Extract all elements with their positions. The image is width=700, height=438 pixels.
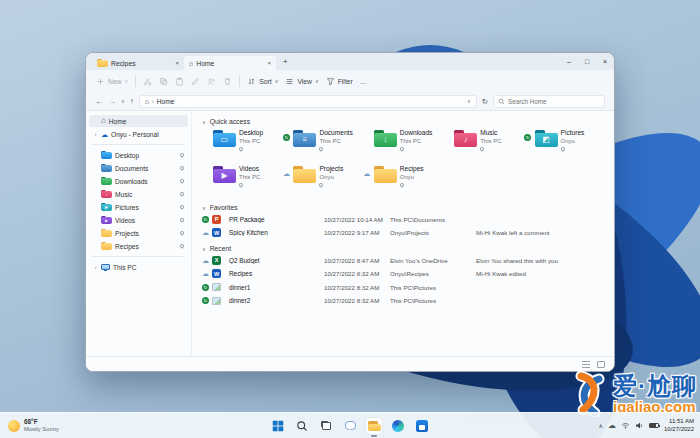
cloud-status-icon: ☁ bbox=[202, 229, 209, 236]
quick-access-tile-documents[interactable]: ↻ ≡ DocumentsThis PC bbox=[282, 129, 362, 160]
file-row-recipes[interactable]: ☁ W Recipes 10/27/2022 8:32 AM Onyu\Reci… bbox=[202, 268, 604, 281]
file-explorer-button[interactable] bbox=[366, 418, 382, 434]
tab-close-icon[interactable]: × bbox=[267, 60, 271, 66]
forward-button[interactable]: → bbox=[108, 97, 116, 106]
minimize-button[interactable]: – bbox=[560, 53, 578, 70]
sidebar-item-home[interactable]: ⌂ Home bbox=[89, 115, 188, 127]
clock[interactable]: 11:51 AM 10/27/2022 bbox=[664, 418, 694, 433]
file-row-pr-package[interactable]: ↻ P PR Package 10/27/2022 10:14 AM This … bbox=[202, 213, 604, 226]
edge-button[interactable] bbox=[390, 418, 406, 434]
search-icon bbox=[498, 98, 505, 105]
content-pane: ∨ Quick access ▭ DesktopThis PC ↻ ≡ Docu… bbox=[191, 111, 614, 356]
hidden-icons-chevron[interactable]: ∧ bbox=[599, 423, 603, 429]
section-header-quick-access[interactable]: ∨ Quick access bbox=[202, 118, 604, 125]
chat-button[interactable] bbox=[342, 418, 358, 434]
up-button[interactable]: ↑ bbox=[130, 97, 134, 106]
expand-chevron-icon[interactable]: › bbox=[93, 131, 98, 137]
divider bbox=[239, 76, 240, 87]
edge-icon bbox=[392, 420, 404, 432]
maximize-button[interactable]: □ bbox=[578, 53, 596, 70]
tab-recipes[interactable]: Recipes × bbox=[92, 56, 184, 70]
close-button[interactable]: × bbox=[596, 53, 614, 70]
recent-locations-button[interactable]: ∨ bbox=[121, 98, 125, 104]
search-input[interactable] bbox=[508, 98, 600, 105]
sidebar-item-desktop[interactable]: Desktop bbox=[89, 149, 188, 161]
view-button[interactable]: View ∨ bbox=[285, 77, 318, 86]
store-button[interactable] bbox=[414, 418, 430, 434]
new-button[interactable]: New ∨ bbox=[96, 77, 128, 86]
sidebar-item-this-pc[interactable]: › This PC bbox=[89, 261, 188, 273]
wifi-icon[interactable] bbox=[621, 421, 630, 430]
sidebar-item-documents[interactable]: Documents bbox=[89, 162, 188, 174]
paste-button[interactable] bbox=[175, 77, 184, 86]
address-dropdown-icon[interactable]: ∨ bbox=[467, 98, 471, 104]
filter-button[interactable]: Filter bbox=[326, 77, 353, 86]
expand-chevron-icon[interactable]: › bbox=[93, 264, 98, 270]
section-header-recent[interactable]: ∨ Recent bbox=[202, 245, 604, 252]
file-row-dinner1[interactable]: ↻ dinner1 10/27/2022 8:32 AM This PC\Pic… bbox=[202, 281, 604, 294]
breadcrumb[interactable]: ⌂ › Home ∨ bbox=[139, 95, 477, 108]
quick-access-tile-videos[interactable]: ▶ VideosThis PC bbox=[202, 165, 282, 196]
weather-widget[interactable]: 68°F Mostly Sunny bbox=[8, 413, 59, 438]
more-options-button[interactable]: … bbox=[360, 78, 367, 85]
tab-close-icon[interactable]: × bbox=[175, 60, 179, 66]
search-button[interactable] bbox=[294, 418, 310, 434]
copy-button[interactable] bbox=[159, 77, 168, 86]
quick-access-tile-music[interactable]: ♪ MusicThis PC bbox=[443, 129, 523, 160]
task-view-button[interactable] bbox=[318, 418, 334, 434]
sidebar-item-downloads[interactable]: ↓ Downloads bbox=[89, 175, 188, 187]
quick-access-tile-downloads[interactable]: ↓ DownloadsThis PC bbox=[363, 129, 443, 160]
tab-label: Home bbox=[196, 60, 214, 67]
folder-icon bbox=[293, 166, 316, 183]
thumbnail-view-toggle[interactable] bbox=[597, 361, 605, 368]
tab-home[interactable]: ⌂ Home × bbox=[184, 56, 276, 70]
start-button[interactable] bbox=[270, 418, 286, 434]
quick-access-tile-recipes[interactable]: ☁ RecipesOnyu bbox=[363, 165, 443, 196]
divider bbox=[135, 76, 136, 87]
rename-button[interactable] bbox=[191, 77, 200, 86]
pin-icon bbox=[179, 204, 185, 210]
quick-access-tile-desktop[interactable]: ▭ DesktopThis PC bbox=[202, 129, 282, 160]
section-header-favorites[interactable]: ∨ Favorites bbox=[202, 204, 604, 211]
collapse-chevron-icon[interactable]: ∨ bbox=[202, 246, 206, 252]
file-row-dinner2[interactable]: ↻ dinner2 10/27/2022 8:32 AM This PC\Pic… bbox=[202, 295, 604, 308]
sync-status-icon: ↻ bbox=[202, 297, 209, 304]
collapse-chevron-icon[interactable]: ∨ bbox=[202, 119, 206, 125]
cut-button[interactable] bbox=[143, 77, 152, 86]
sync-status-icon: ↻ bbox=[524, 134, 531, 141]
details-view-toggle[interactable] bbox=[582, 361, 590, 368]
share-button[interactable] bbox=[207, 77, 216, 86]
delete-button[interactable] bbox=[223, 77, 232, 86]
tab-label: Recipes bbox=[111, 60, 136, 67]
file-row-spicy-kitchen[interactable]: ☁ W Spicy Kitchen 10/27/2022 9:17 AM Ony… bbox=[202, 227, 604, 240]
sort-icon bbox=[247, 77, 256, 86]
system-tray: ∧ ☁ 11:51 AM 10/27/2022 bbox=[599, 413, 694, 438]
sidebar-item-recipes[interactable]: Recipes bbox=[89, 240, 188, 252]
desktop-folder-icon: ▭ bbox=[213, 130, 236, 147]
back-button[interactable]: ← bbox=[95, 97, 103, 106]
windows-logo-icon bbox=[272, 420, 284, 432]
battery-icon[interactable] bbox=[649, 423, 659, 429]
sidebar-item-projects[interactable]: Projects bbox=[89, 227, 188, 239]
collapse-chevron-icon[interactable]: ∨ bbox=[202, 205, 206, 211]
documents-folder-icon bbox=[101, 164, 112, 172]
quick-access-tile-pictures[interactable]: ↻ ◩ PicturesOnyu bbox=[524, 129, 604, 160]
volume-icon[interactable] bbox=[635, 421, 644, 430]
search-box[interactable] bbox=[493, 95, 605, 108]
breadcrumb-item-home[interactable]: Home bbox=[157, 98, 175, 105]
quick-access-grid: ▭ DesktopThis PC ↻ ≡ DocumentsThis PC ↓ … bbox=[202, 129, 604, 196]
file-row-q2-budget[interactable]: ☁ X Q2 Budget 10/27/2022 8:47 AM Elvin Y… bbox=[202, 254, 604, 267]
sidebar-item-music[interactable]: ♪ Music bbox=[89, 188, 188, 200]
sidebar-item-videos[interactable]: ▶ Videos bbox=[89, 214, 188, 226]
sort-button[interactable]: Sort ∨ bbox=[247, 77, 278, 86]
refresh-button[interactable]: ↻ bbox=[482, 97, 488, 106]
image-file-icon bbox=[212, 297, 221, 305]
taskbar: 68°F Mostly Sunny ∧ ☁ bbox=[0, 412, 700, 438]
new-tab-button[interactable]: + bbox=[283, 57, 288, 66]
quick-access-tile-projects[interactable]: ☁ ProjectsOnyu bbox=[282, 165, 362, 196]
tray-time: 11:51 AM bbox=[664, 418, 694, 426]
sidebar-item-pictures[interactable]: ◩ Pictures bbox=[89, 201, 188, 213]
sidebar-item-onedrive[interactable]: › ☁ Onyu - Personal bbox=[89, 128, 188, 140]
window-body: ⌂ Home › ☁ Onyu - Personal Desktop bbox=[86, 111, 614, 356]
onedrive-tray-icon[interactable]: ☁ bbox=[608, 422, 616, 430]
